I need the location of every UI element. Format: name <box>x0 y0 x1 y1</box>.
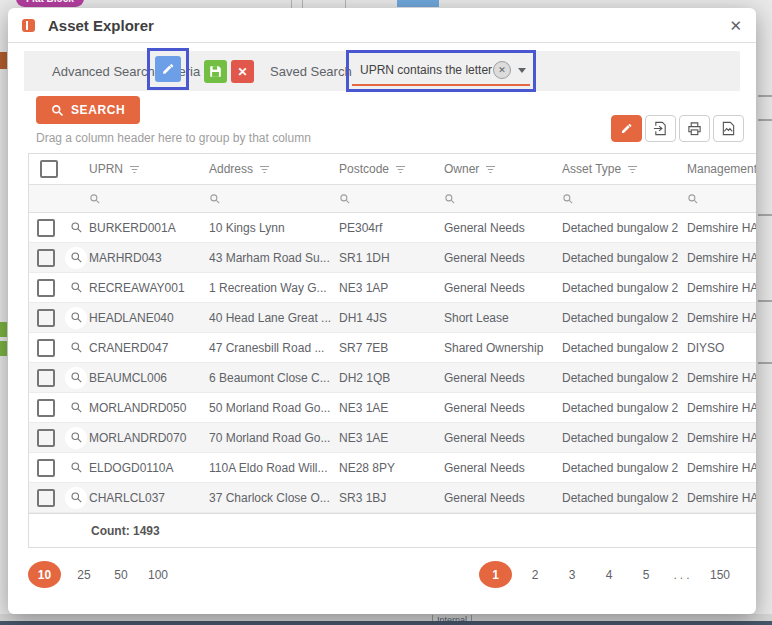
page-button[interactable]: 3 <box>558 562 586 588</box>
column-header-uprn[interactable]: UPRN <box>89 162 209 176</box>
row-magnifier-icon[interactable] <box>65 217 87 239</box>
cell-asset-type: Detached bungalow 2 <box>562 221 687 235</box>
cell-management: Demshire HA <box>687 461 756 475</box>
cell-postcode: NE28 8PY <box>339 461 444 475</box>
table-row[interactable]: CRANERD047 47 Cranesbill Road ... SR7 7E… <box>29 333 756 363</box>
row-checkbox[interactable] <box>37 309 55 327</box>
row-magnifier-icon[interactable] <box>65 457 87 479</box>
cell-address: 70 Morland Road Go... <box>209 431 339 445</box>
page-size-button[interactable]: 50 <box>107 562 135 588</box>
export-data-button[interactable] <box>645 115 676 142</box>
filter-input-postcode[interactable] <box>339 193 444 205</box>
cell-uprn: BURKERD001A <box>89 221 209 235</box>
row-checkbox[interactable] <box>37 459 55 477</box>
pencil-icon <box>620 122 633 135</box>
table-row[interactable]: MARHRD043 43 Marham Road Su... SR1 1DH G… <box>29 243 756 273</box>
filter-input-management[interactable] <box>687 193 756 205</box>
row-checkbox[interactable] <box>37 279 55 297</box>
search-button[interactable]: SEARCH <box>36 96 140 124</box>
table-row[interactable]: HEADLANE040 40 Head Lane Great ... DH1 4… <box>29 303 756 333</box>
cell-uprn: MORLANDRD070 <box>89 431 209 445</box>
cell-postcode: PE304rf <box>339 221 444 235</box>
column-header-asset-type[interactable]: Asset Type <box>562 162 687 176</box>
page-size-button[interactable]: 10 <box>28 561 61 588</box>
filter-icon[interactable] <box>259 165 270 174</box>
row-magnifier-icon[interactable] <box>65 307 87 329</box>
column-header-management[interactable]: Management <box>687 162 756 176</box>
column-header-owner[interactable]: Owner <box>444 162 562 176</box>
row-magnifier-icon[interactable] <box>65 337 87 359</box>
row-checkbox[interactable] <box>37 399 55 417</box>
saved-search-dropdown[interactable]: UPRN contains the letter ' ✕ <box>352 56 530 86</box>
cell-uprn: ELDOGD0110A <box>89 461 209 475</box>
print-button[interactable] <box>679 115 710 142</box>
export-file-icon <box>653 121 668 136</box>
chevron-down-icon[interactable] <box>518 68 526 73</box>
edit-criteria-annotation <box>147 48 189 90</box>
delete-search-button[interactable]: ✕ <box>231 60 254 83</box>
close-icon[interactable]: ✕ <box>729 18 742 33</box>
row-checkbox[interactable] <box>37 369 55 387</box>
page-button[interactable]: 2 <box>521 562 549 588</box>
export-image-button[interactable] <box>713 115 744 142</box>
row-magnifier-icon[interactable] <box>65 397 87 419</box>
edit-grid-button[interactable] <box>611 115 642 142</box>
cell-address: 40 Head Lane Great ... <box>209 311 339 325</box>
cell-asset-type: Detached bungalow 2 <box>562 461 687 475</box>
page-size-button[interactable]: 25 <box>70 562 98 588</box>
row-checkbox[interactable] <box>37 249 55 267</box>
cell-postcode: DH1 4JS <box>339 311 444 325</box>
select-all-checkbox[interactable] <box>40 160 58 178</box>
cell-postcode: NE3 1AP <box>339 281 444 295</box>
table-row[interactable]: BURKERD001A 10 Kings Lynn PE304rf Genera… <box>29 213 756 243</box>
page-button[interactable]: 150 <box>706 562 734 588</box>
save-search-button[interactable] <box>204 60 227 83</box>
table-row[interactable]: CHARLCL037 37 Charlock Close O... SR3 1B… <box>29 483 756 513</box>
cell-uprn: MORLANDRD050 <box>89 401 209 415</box>
clear-selection-icon[interactable]: ✕ <box>493 61 511 79</box>
column-header-postcode[interactable]: Postcode <box>339 162 444 176</box>
table-row[interactable]: ELDOGD0110A 110A Eldo Road Will... NE28 … <box>29 453 756 483</box>
page-button[interactable]: 5 <box>632 562 660 588</box>
cell-postcode: SR3 1BJ <box>339 491 444 505</box>
page-ellipsis: ... <box>669 562 697 588</box>
cell-address: 1 Recreation Way G... <box>209 281 339 295</box>
saved-search-annotation: UPRN contains the letter ' ✕ <box>346 50 536 92</box>
count-label: Count: 1493 <box>29 524 160 538</box>
row-magnifier-icon[interactable] <box>65 367 87 389</box>
background-fragment <box>758 95 772 97</box>
row-checkbox[interactable] <box>37 489 55 507</box>
cell-management: Demshire HA <box>687 371 756 385</box>
row-magnifier-icon[interactable] <box>65 487 87 509</box>
filter-icon[interactable] <box>627 165 638 174</box>
filter-icon[interactable] <box>485 165 496 174</box>
row-checkbox[interactable] <box>37 219 55 237</box>
cell-postcode: NE3 1AE <box>339 401 444 415</box>
row-magnifier-icon[interactable] <box>65 277 87 299</box>
table-row[interactable]: BEAUMCL006 6 Beaumont Close C... DH2 1QB… <box>29 363 756 393</box>
cell-uprn: CRANERD047 <box>89 341 209 355</box>
filter-input-asset-type[interactable] <box>562 193 687 205</box>
table-row[interactable]: MORLANDRD070 70 Morland Road Go... NE3 1… <box>29 423 756 453</box>
row-checkbox[interactable] <box>37 429 55 447</box>
row-magnifier-icon[interactable] <box>65 427 87 449</box>
filter-icon[interactable] <box>129 165 140 174</box>
cell-owner: Short Lease <box>444 311 562 325</box>
table-row[interactable]: RECREAWAY001 1 Recreation Way G... NE3 1… <box>29 273 756 303</box>
cell-owner: General Needs <box>444 491 562 505</box>
filter-input-owner[interactable] <box>444 193 562 205</box>
row-checkbox[interactable] <box>37 339 55 357</box>
save-icon <box>209 65 222 78</box>
table-row[interactable]: MORLANDRD050 50 Morland Road Go... NE3 1… <box>29 393 756 423</box>
filter-icon[interactable] <box>395 165 406 174</box>
background-badge: Flat Block <box>16 0 84 7</box>
page-size-button[interactable]: 100 <box>144 562 172 588</box>
page-button[interactable]: 4 <box>595 562 623 588</box>
edit-criteria-button[interactable] <box>155 56 181 82</box>
page-button[interactable]: 1 <box>479 561 512 588</box>
filter-input-uprn[interactable] <box>89 193 209 205</box>
column-header-address[interactable]: Address <box>209 162 339 176</box>
filter-input-address[interactable] <box>209 193 339 205</box>
cell-management: Demshire HA <box>687 431 756 445</box>
row-magnifier-icon[interactable] <box>65 247 87 269</box>
